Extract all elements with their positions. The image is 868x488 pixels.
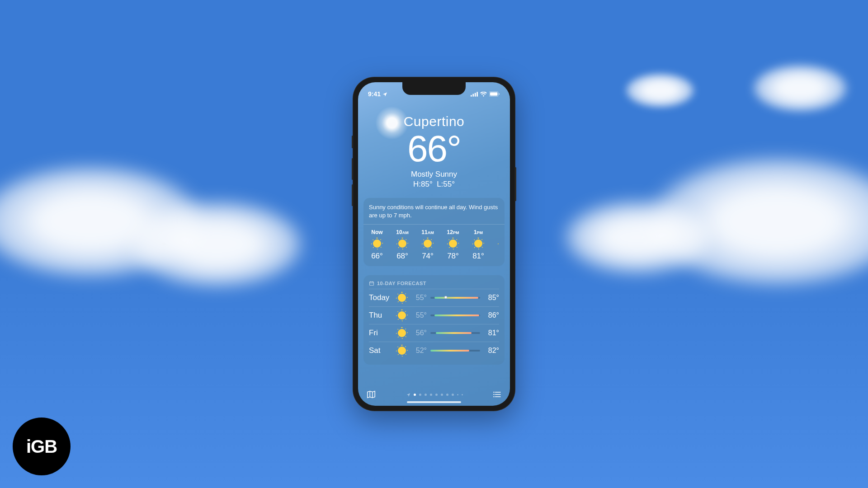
page-dot [419,394,421,396]
location-name: Cupertino [363,114,505,129]
svg-rect-7 [370,282,374,286]
phone-frame: 9:41 Cupertino 66° Mostly Sunny H:85° L:… [353,77,515,411]
page-dot [446,394,448,396]
notch [402,82,466,95]
page-dot [452,394,454,396]
temp-range-bar [430,314,480,316]
hourly-item[interactable]: 2P84 [495,229,499,261]
sun-icon [474,239,482,248]
divider [363,224,505,225]
page-dot [457,394,458,395]
hour-temp: 68° [396,252,408,261]
day-low-temp: 52° [411,347,427,355]
forecast-row[interactable]: Sat52°82° [369,342,499,359]
current-temperature: 66° [363,130,505,167]
home-indicator[interactable] [407,401,461,403]
hour-label: 11AM [421,229,434,235]
sun-icon [449,239,457,248]
hour-temp: 81° [472,252,484,261]
hourly-item[interactable]: 10AM68° [394,229,410,261]
day-high-temp: 86° [484,311,499,319]
volume-up-button [352,158,353,180]
bg-cloud [750,63,850,113]
weather-header: Cupertino 66° Mostly Sunny H:85° L:55° [363,105,505,189]
temp-range-bar [430,297,480,299]
svg-point-18 [494,397,494,397]
location-arrow-icon [406,393,410,397]
bg-cloud [561,199,714,276]
hour-temp: 66° [371,252,383,261]
page-dot [430,394,432,396]
svg-rect-0 [471,95,472,97]
sun-icon [398,329,406,337]
day-label: Thu [369,311,392,320]
forecast-row[interactable]: Thu55°86° [369,306,499,324]
page-indicator[interactable] [406,393,463,397]
silence-switch [352,136,353,148]
page-dot [441,394,443,396]
condition-text: Mostly Sunny [363,170,505,179]
summary-text: Sunny conditions will continue all day. … [369,203,499,220]
sun-icon [424,239,432,248]
calendar-icon [369,281,374,286]
svg-rect-3 [476,92,478,97]
svg-rect-1 [472,94,474,96]
page-dot [414,394,416,396]
page-dot [462,394,463,395]
hourly-item[interactable]: Now66° [369,229,385,261]
day-label: Sat [369,346,392,355]
wifi-icon [480,92,487,97]
bg-cloud [624,72,696,108]
day-label: Today [369,293,392,302]
phone-screen: 9:41 Cupertino 66° Mostly Sunny H:85° L:… [358,82,510,406]
temp-range-bar [430,350,480,352]
list-icon[interactable] [493,390,502,399]
power-button [515,167,516,201]
igb-logo: iGB [13,418,71,475]
hour-label: 12PM [447,229,459,235]
day-low-temp: 55° [411,294,427,302]
sun-icon [398,311,406,319]
sun-icon [398,347,406,355]
high-low-text: H:85° L:55° [363,180,505,189]
battery-icon [489,91,500,97]
day-high-temp: 82° [484,347,499,355]
status-time: 9:41 [368,90,381,98]
day-low-temp: 56° [411,329,427,337]
cellular-icon [471,92,478,97]
day-high-temp: 85° [484,294,499,302]
day-low-temp: 55° [411,311,427,319]
svg-rect-2 [475,93,476,96]
hour-label: 10AM [396,229,408,235]
temp-range-bar [430,332,480,334]
bg-cloud [127,199,307,289]
forecast-row[interactable]: Today55°85° [369,289,499,306]
svg-rect-6 [499,93,500,95]
forecast-title: 10-DAY FORECAST [369,281,499,286]
hourly-forecast-card[interactable]: Sunny conditions will continue all day. … [363,198,505,266]
day-label: Fri [369,328,392,338]
svg-rect-5 [490,92,498,95]
sun-icon [398,239,406,248]
forecast-row[interactable]: Fri56°81° [369,324,499,342]
sun-icon [373,239,381,248]
hour-label: Now [371,229,382,235]
daily-forecast-card[interactable]: 10-DAY FORECAST Today55°85°Thu55°86°Fri5… [363,275,505,365]
page-dot [435,394,438,396]
page-dot [425,394,427,396]
hourly-item[interactable]: 11AM74° [420,229,436,261]
hour-temp: 74° [422,252,434,261]
hour-label: 1PM [474,229,483,235]
sun-icon [398,294,406,302]
volume-down-button [352,184,353,206]
map-icon[interactable] [366,389,376,399]
svg-point-17 [494,394,494,395]
location-arrow-icon [382,92,387,97]
hour-temp: 78° [447,252,459,261]
hourly-item[interactable]: 1PM81° [470,229,486,261]
day-high-temp: 81° [484,329,499,337]
svg-point-16 [494,392,494,393]
hourly-item[interactable]: 12PM78° [445,229,461,261]
